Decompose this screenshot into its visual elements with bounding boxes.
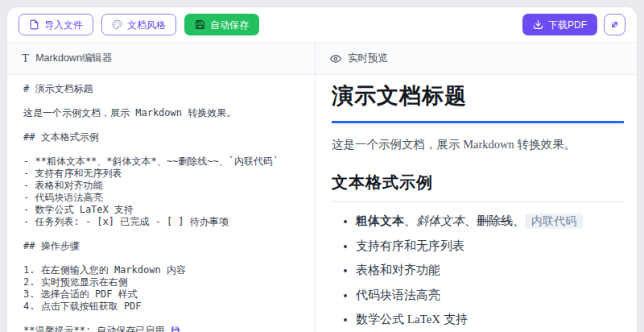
expand-arrows-icon [609,19,620,30]
preview-document: 演示文档标题 这是一个示例文档，展示 Markdown 转换效果。 文本格式示例… [316,75,637,332]
separator: 、 [404,214,416,227]
eye-icon [330,53,341,64]
download-icon [533,19,543,30]
preview-section-formats: 文本格式示例 [332,172,624,202]
format-list: 粗体文本、斜体文本、删除线、内联代码 支持有序和无序列表 表格和对齐功能 代码块… [332,214,624,332]
preview-panel-header: 实时预览 [316,43,637,75]
download-pdf-label: 下载PDF [548,20,587,30]
app-card: 导入文件 文档风格 自动保存 [6,6,638,332]
autosave-label: 自动保存 [210,20,249,30]
text-T-icon: T [22,52,29,64]
format-list-item: 表格和对齐功能 [356,263,624,278]
toolbar: 导入文件 文档风格 自动保存 [7,7,637,43]
preview-panel: 实时预览 演示文档标题 这是一个示例文档，展示 Markdown 转换效果。 文… [316,43,637,332]
preview-intro: 这是一个示例文档，展示 Markdown 转换效果。 [332,137,624,152]
file-icon [29,19,39,30]
markdown-source-input[interactable]: # 演示文档标题 这是一个示例文档，展示 Markdown 转换效果。 ## 文… [7,75,315,332]
split-view: T Markdown编辑器 # 演示文档标题 这是一个示例文档，展示 Markd… [7,43,637,332]
strikethrough-sample: 删除线 [477,214,513,227]
preview-title: 演示文档标题 [332,81,624,123]
markdown-source-text: # 演示文档标题 这是一个示例文档，展示 Markdown 转换效果。 ## 文… [23,83,279,332]
editor-panel-header: T Markdown编辑器 [7,43,315,75]
format-list-item: 代码块语法高亮 [356,288,624,303]
separator: 、 [513,214,525,227]
format-list-item-rich: 粗体文本、斜体文本、删除线、内联代码 [356,214,624,229]
doc-style-label: 文档风格 [127,20,166,30]
doc-style-button[interactable]: 文档风格 [101,14,176,35]
preview-panel-title: 实时预览 [348,52,388,65]
download-pdf-button[interactable]: 下载PDF [522,14,597,35]
inline-code-sample: 内联代码 [525,214,583,229]
format-list-item: 支持有序和无序列表 [356,239,624,254]
editor-body: # 演示文档标题 这是一个示例文档，展示 Markdown 转换效果。 ## 文… [7,75,315,332]
floppy-icon [195,19,205,30]
format-list-item: 数学公式 LaTeX 支持 [356,312,624,327]
editor-panel: T Markdown编辑器 # 演示文档标题 这是一个示例文档，展示 Markd… [7,43,316,332]
palette-icon [112,19,122,30]
bold-sample: 粗体文本 [356,214,404,227]
expand-button[interactable] [604,14,625,35]
floppy-emoji-icon [171,326,180,332]
import-file-label: 导入文件 [44,20,83,30]
editor-panel-title: Markdown编辑器 [35,52,112,65]
italic-sample: 斜体文本 [416,214,464,227]
import-file-button[interactable]: 导入文件 [19,14,93,35]
separator: 、 [464,214,477,227]
autosave-button[interactable]: 自动保存 [184,14,259,35]
